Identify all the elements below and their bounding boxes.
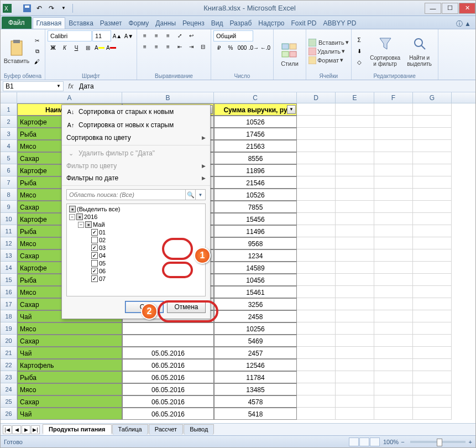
cell[interactable]	[336, 140, 374, 152]
fill-color-icon[interactable]: A	[94, 43, 105, 53]
normal-view-icon[interactable]	[349, 437, 359, 446]
filter-day-row[interactable]: 01	[68, 228, 204, 236]
copy-icon[interactable]: ⧉	[32, 46, 43, 56]
cell[interactable]	[297, 176, 336, 189]
ribbon-tab-9[interactable]: Foxit PD	[288, 18, 320, 29]
select-all-checkbox[interactable]	[69, 206, 76, 212]
row-header[interactable]: 26	[1, 408, 17, 420]
row-header[interactable]: 22	[1, 359, 17, 371]
cell[interactable]	[413, 213, 452, 225]
cell[interactable]	[336, 249, 374, 262]
cell[interactable]	[297, 201, 336, 213]
minimize-button[interactable]: —	[425, 3, 441, 14]
cell[interactable]	[336, 189, 374, 201]
cell[interactable]	[297, 213, 336, 225]
cell[interactable]	[336, 152, 374, 164]
cell[interactable]: Рыба	[17, 371, 122, 383]
cell[interactable]: 10526	[214, 116, 297, 128]
cell[interactable]	[336, 395, 374, 408]
cell[interactable]: 2457	[214, 347, 297, 359]
cell[interactable]: Сумма выручки, ру▼	[214, 103, 297, 116]
row-header[interactable]: 4	[1, 140, 17, 152]
ribbon-tab-1[interactable]: Вставка	[65, 18, 97, 29]
cell[interactable]: 11896	[214, 164, 297, 176]
align-middle-icon[interactable]: ≡	[151, 30, 162, 40]
cell[interactable]	[374, 201, 413, 213]
sheet-tab[interactable]: Вывод	[184, 424, 214, 435]
cell[interactable]	[374, 164, 413, 176]
filter-search-input[interactable]	[66, 189, 186, 200]
row-header[interactable]: 3	[1, 128, 17, 140]
cell[interactable]	[336, 371, 374, 383]
row-header[interactable]: 10	[1, 213, 17, 225]
cell[interactable]	[413, 262, 452, 274]
day-checkbox[interactable]	[91, 229, 98, 236]
cell[interactable]	[336, 286, 374, 298]
day-checkbox[interactable]	[91, 244, 98, 251]
day-checkbox[interactable]	[91, 237, 98, 243]
cell[interactable]	[297, 249, 336, 262]
cell[interactable]	[297, 408, 336, 420]
filter-day-row[interactable]: 04	[68, 252, 204, 259]
comma-icon[interactable]: 000	[237, 43, 248, 53]
font-name-combo[interactable]: Calibri	[48, 30, 92, 41]
cell[interactable]	[297, 164, 336, 176]
cell[interactable]	[336, 262, 374, 274]
cell[interactable]	[297, 274, 336, 286]
cell[interactable]	[413, 371, 452, 383]
ribbon-tab-8[interactable]: Надстро	[255, 18, 287, 29]
row-header[interactable]: 1	[1, 103, 17, 116]
spreadsheet-grid[interactable]: ABCDEFG 1Наименование▼Дата▼Сумма выручки…	[1, 92, 475, 423]
redo-icon[interactable]: ↷	[46, 3, 57, 14]
cell[interactable]: 11496	[214, 225, 297, 237]
undo-icon[interactable]: ↶	[34, 3, 45, 14]
cell[interactable]: Чай	[17, 408, 122, 420]
paste-button[interactable]: Вставить	[3, 39, 30, 64]
underline-icon[interactable]: Ч	[71, 43, 82, 53]
row-header[interactable]: 9	[1, 201, 17, 213]
dec-decimal-icon[interactable]: ←.0	[260, 43, 271, 53]
cell[interactable]	[297, 322, 336, 335]
cell[interactable]: 10456	[214, 274, 297, 286]
cell[interactable]	[336, 347, 374, 359]
cell[interactable]	[297, 116, 336, 128]
column-header-E[interactable]: E	[336, 92, 374, 103]
cell[interactable]	[336, 213, 374, 225]
zoom-level[interactable]: 100%	[383, 439, 399, 445]
zoom-slider[interactable]	[410, 441, 465, 443]
cell[interactable]	[374, 262, 413, 274]
border-icon[interactable]: ⊞	[82, 43, 93, 53]
cell[interactable]	[413, 164, 452, 176]
row-header[interactable]: 13	[1, 249, 17, 262]
row-header[interactable]: 19	[1, 322, 17, 335]
column-header-B[interactable]: B	[122, 92, 214, 103]
cell[interactable]	[336, 103, 374, 116]
cut-icon[interactable]: ✂	[32, 36, 43, 46]
cell[interactable]	[374, 383, 413, 395]
cell[interactable]: 10256	[214, 322, 297, 335]
zoom-in-icon[interactable]: +	[469, 439, 472, 445]
row-header[interactable]: 24	[1, 383, 17, 395]
indent-inc-icon[interactable]: ⇥	[186, 41, 197, 51]
cell[interactable]	[374, 128, 413, 140]
cell[interactable]	[336, 335, 374, 347]
row-header[interactable]: 8	[1, 189, 17, 201]
day-checkbox[interactable]	[91, 275, 98, 282]
column-header-F[interactable]: F	[374, 92, 413, 103]
row-header[interactable]: 20	[1, 335, 17, 347]
cell[interactable]	[336, 116, 374, 128]
row-header[interactable]: 21	[1, 347, 17, 359]
cell[interactable]: 13485	[214, 383, 297, 395]
cell[interactable]	[297, 152, 336, 164]
wrap-text-icon[interactable]: ↩	[186, 30, 197, 40]
cell[interactable]: 4578	[214, 395, 297, 408]
zoom-out-icon[interactable]: −	[401, 439, 404, 445]
row-header[interactable]: 18	[1, 310, 17, 322]
page-layout-view-icon[interactable]	[359, 437, 369, 446]
cell[interactable]	[336, 359, 374, 371]
cell[interactable]: 05.05.2016	[122, 347, 214, 359]
cell[interactable]: Чай	[17, 347, 122, 359]
filter-day-row[interactable]: 07	[68, 275, 204, 283]
align-top-icon[interactable]: ≡	[139, 30, 150, 40]
cell[interactable]	[297, 298, 336, 310]
